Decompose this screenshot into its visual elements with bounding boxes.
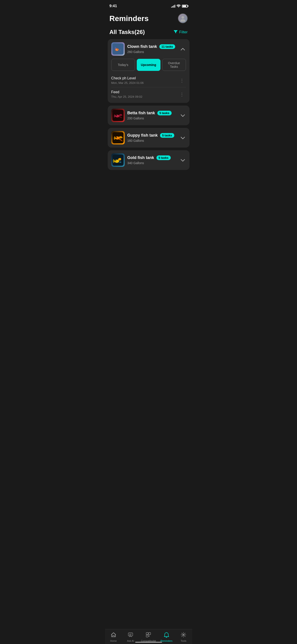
avatar[interactable] [178, 14, 188, 23]
tank-info-guppy: Guppy fish tank 5 tasks 160 Gallons [127, 133, 177, 143]
tank-name-clown: Clown fish tank [127, 44, 157, 49]
filter-button[interactable]: Filter [173, 29, 188, 35]
tank-name-guppy: Guppy fish tank [127, 133, 158, 138]
tank-header-guppy: Guppy fish tank 5 tasks 160 Gallons [108, 128, 190, 148]
tank-card-betta: Betta fish tank 5 tasks 200 Gallons [108, 106, 190, 125]
svg-point-0 [181, 16, 184, 19]
task-info-feed: Feed Thu, Apr 25, 2024 09:02 [111, 90, 143, 98]
task-info-check-ph: Check ph Level Mon, Mar 25, 2024 01:06 [111, 76, 144, 84]
svg-point-6 [115, 47, 116, 50]
gold-fish-image [112, 154, 124, 166]
tab-todays[interactable]: Today's [111, 59, 135, 71]
guppy-fish-image [112, 132, 124, 143]
svg-point-19 [119, 162, 121, 163]
tasks-badge-clown: 11 tasks [159, 44, 175, 49]
tank-header-clown: Clown fish tank 11 tasks 260 Gallons [108, 39, 190, 59]
task-date-check-ph: Mon, Mar 25, 2024 01:06 [111, 81, 144, 84]
tank-info-clown: Clown fish tank 11 tasks 260 Gallons [127, 44, 177, 54]
tank-name-betta: Betta fish tank [127, 111, 155, 116]
battery-icon [182, 5, 188, 8]
task-menu-check-ph[interactable]: ⋮ [178, 77, 186, 84]
status-bar: 9:41 [105, 0, 192, 11]
avatar-image [179, 15, 186, 22]
tank-image-clown [111, 42, 125, 56]
page-title: Reminders [109, 14, 149, 23]
tasks-badge-betta: 5 tasks [157, 111, 172, 116]
tank-gallons-betta: 200 Gallons [127, 116, 144, 120]
header: Reminders [105, 11, 192, 27]
task-item-feed: Feed Thu, Apr 25, 2024 09:02 ⋮ [111, 87, 186, 101]
tanks-container: Clown fish tank 11 tasks 260 Gallons Tod… [105, 39, 192, 170]
filter-label: Filter [179, 30, 188, 34]
tank-image-guppy [111, 131, 125, 144]
svg-point-11 [116, 115, 117, 116]
tab-overdue[interactable]: Overdue Tasks [162, 59, 186, 71]
expand-button-betta[interactable] [180, 112, 186, 119]
tank-info-betta: Betta fish tank 5 tasks 200 Gallons [127, 111, 177, 120]
signal-icon [171, 4, 175, 8]
task-tabs-clown: Today's Upcoming Overdue Tasks [111, 59, 186, 71]
tank-image-gold [111, 154, 125, 167]
tank-gallons-gold: 340 Gallons [127, 161, 144, 165]
betta-fish-image [112, 110, 124, 121]
tab-upcoming[interactable]: Upcoming [137, 59, 160, 71]
status-time: 9:41 [109, 4, 117, 8]
all-tasks-header: All Tasks(26) Filter [105, 27, 192, 39]
svg-point-8 [117, 49, 118, 50]
tank-header-betta: Betta fish tank 5 tasks 200 Gallons [108, 106, 190, 125]
expand-button-gold[interactable] [180, 157, 186, 164]
filter-icon [173, 29, 178, 35]
svg-point-10 [115, 115, 119, 118]
svg-point-7 [119, 50, 121, 51]
task-menu-feed[interactable]: ⋮ [178, 91, 186, 98]
task-name-check-ph: Check ph Level [111, 76, 144, 80]
svg-point-18 [115, 160, 116, 161]
clown-fish-image [112, 44, 124, 54]
task-name-feed: Feed [111, 90, 143, 94]
tasks-badge-guppy: 5 tasks [160, 133, 174, 138]
task-list-clown: Check ph Level Mon, Mar 25, 2024 01:06 ⋮… [108, 74, 190, 103]
all-tasks-title: All Tasks(26) [109, 28, 145, 36]
collapse-button-clown[interactable] [180, 46, 186, 52]
tank-info-gold: Gold fish tank 5 tasks 340 Gallons [127, 156, 177, 165]
svg-point-1 [180, 19, 185, 22]
task-date-feed: Thu, Apr 25, 2024 09:02 [111, 95, 143, 98]
tank-header-gold: Gold fish tank 5 tasks 340 Gallons [108, 150, 190, 170]
tank-card-gold: Gold fish tank 5 tasks 340 Gallons [108, 150, 190, 170]
tank-name-gold: Gold fish tank [127, 156, 154, 160]
tank-gallons-guppy: 160 Gallons [127, 139, 144, 142]
tank-card-clown: Clown fish tank 11 tasks 260 Gallons Tod… [108, 39, 190, 103]
tasks-badge-gold: 5 tasks [156, 156, 171, 160]
status-icons [171, 4, 188, 8]
tank-card-guppy: Guppy fish tank 5 tasks 160 Gallons [108, 128, 190, 148]
task-item-check-ph: Check ph Level Mon, Mar 25, 2024 01:06 ⋮ [111, 74, 186, 87]
tank-image-betta [111, 109, 125, 122]
tank-gallons-clown: 260 Gallons [127, 50, 144, 54]
wifi-icon [177, 4, 181, 8]
expand-button-guppy[interactable] [180, 134, 186, 141]
